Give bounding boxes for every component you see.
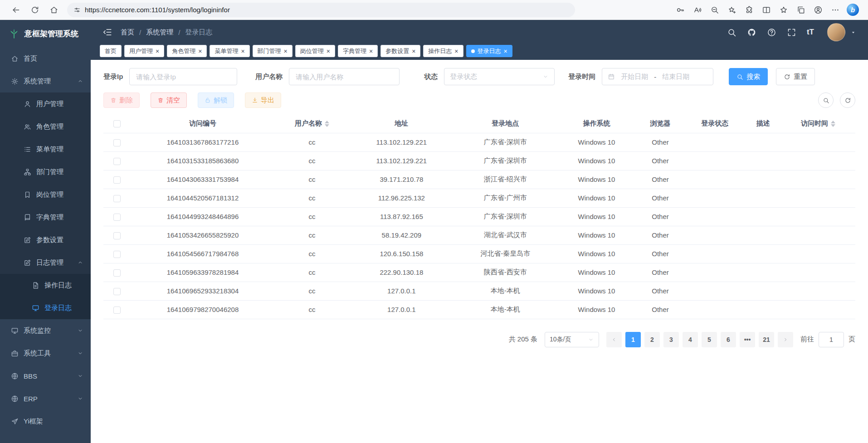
toggle-search-button[interactable] [818, 92, 834, 108]
read-aloud-icon[interactable] [693, 5, 702, 15]
page-button-5[interactable]: 5 [702, 332, 717, 347]
select-all-checkbox[interactable] [113, 120, 121, 127]
sidebar-item-bbs[interactable]: BBS [0, 365, 91, 387]
back-button[interactable] [11, 5, 20, 15]
row-checkbox[interactable] [113, 307, 121, 314]
tab-home[interactable]: 首页 [100, 45, 122, 57]
search-button[interactable]: 搜索 [729, 68, 768, 85]
sidebar-item-login-log[interactable]: 登录日志 [0, 297, 91, 319]
row-checkbox[interactable] [113, 158, 121, 165]
close-icon[interactable]: × [198, 48, 202, 54]
username-input[interactable] [289, 68, 400, 85]
copilot-icon[interactable] [847, 4, 859, 16]
refresh-table-button[interactable] [840, 92, 855, 108]
zoom-out-icon[interactable] [710, 5, 719, 15]
page-button-4[interactable]: 4 [683, 332, 698, 347]
page-button-21[interactable]: 21 [759, 332, 774, 347]
login-time-range[interactable]: 开始日期 - 结束日期 [602, 68, 713, 85]
help-icon[interactable] [767, 28, 776, 37]
page-button-2[interactable]: 2 [644, 332, 660, 347]
next-page-button[interactable] [778, 332, 793, 347]
fullscreen-icon[interactable] [787, 28, 796, 37]
breadcrumb-item[interactable]: 系统管理 [146, 28, 173, 37]
delete-button[interactable]: 删除 [103, 92, 140, 108]
page-button-1[interactable]: 1 [625, 332, 641, 347]
sidebar-item-dept-mgmt[interactable]: 部门管理 [0, 161, 91, 183]
page-button-6[interactable]: 6 [721, 332, 736, 347]
login-ip-input[interactable] [129, 68, 237, 85]
tab-login-log[interactable]: 登录日志× [466, 45, 512, 57]
sidebar-item-post-mgmt[interactable]: 岗位管理 [0, 183, 91, 206]
sidebar-item-system-mgmt[interactable]: 系统管理 [0, 70, 91, 92]
close-icon[interactable]: × [504, 48, 507, 54]
more-menu-icon[interactable] [831, 5, 840, 15]
favorites-icon[interactable] [779, 5, 788, 15]
unlock-button[interactable]: 解锁 [198, 92, 234, 108]
row-checkbox[interactable] [113, 195, 121, 202]
reset-button[interactable]: 重置 [776, 68, 815, 85]
row-checkbox[interactable] [113, 269, 121, 277]
goto-page-input[interactable] [819, 332, 844, 347]
row-checkbox[interactable] [113, 176, 121, 184]
sidebar-item-system-tools[interactable]: 系统工具 [0, 342, 91, 365]
tab-dept-mgmt[interactable]: 部门管理× [253, 45, 293, 57]
extensions-icon[interactable] [745, 5, 754, 15]
sidebar-item-role-mgmt[interactable]: 角色管理 [0, 115, 91, 138]
password-icon[interactable] [676, 5, 685, 15]
page-size-select[interactable]: 10条/页 [545, 332, 599, 347]
close-icon[interactable]: × [327, 48, 330, 54]
tab-dict-mgmt[interactable]: 字典管理× [338, 45, 378, 57]
github-icon[interactable] [747, 28, 756, 37]
sidebar-item-system-monitor[interactable]: 系统监控 [0, 319, 91, 342]
close-icon[interactable]: × [284, 48, 288, 54]
browser-profile-icon[interactable] [814, 5, 823, 15]
page-button-more[interactable]: ••• [740, 332, 755, 347]
collections-icon[interactable] [796, 5, 805, 15]
clear-button[interactable]: 清空 [151, 92, 187, 108]
sidebar-item-erp[interactable]: ERP [0, 387, 91, 410]
user-avatar[interactable] [827, 23, 845, 41]
tab-operation-log[interactable]: 操作日志× [423, 45, 463, 57]
sidebar-item-menu-mgmt[interactable]: 菜单管理 [0, 138, 91, 161]
tab-role-mgmt[interactable]: 角色管理× [167, 45, 207, 57]
tab-post-mgmt[interactable]: 岗位管理× [295, 45, 335, 57]
sidebar-item-home[interactable]: 首页 [0, 47, 91, 70]
row-checkbox[interactable] [113, 232, 121, 239]
home-button[interactable] [49, 5, 59, 15]
address-bar[interactable]: https://ccnetcore.com:1101/system/log/lo… [67, 3, 575, 17]
sort-icon[interactable] [325, 121, 329, 127]
font-size-icon[interactable] [807, 28, 814, 37]
sidebar-item-param-settings[interactable]: 参数设置 [0, 229, 91, 251]
row-checkbox[interactable] [113, 251, 121, 258]
sidebar-item-user-mgmt[interactable]: 用户管理 [0, 92, 91, 115]
close-icon[interactable]: × [241, 48, 244, 54]
close-icon[interactable]: × [156, 48, 159, 54]
site-info-icon[interactable] [73, 6, 81, 14]
sidebar-item-yi-framework[interactable]: Yi框架 [0, 410, 91, 433]
split-screen-icon[interactable] [762, 5, 771, 15]
search-icon[interactable] [727, 28, 736, 37]
reload-button[interactable] [30, 5, 39, 15]
add-favorite-icon[interactable] [727, 5, 736, 15]
close-icon[interactable]: × [454, 48, 458, 54]
prev-page-button[interactable] [606, 332, 622, 347]
sidebar-item-log-mgmt[interactable]: 日志管理 [0, 251, 91, 274]
row-checkbox[interactable] [113, 214, 121, 221]
row-checkbox[interactable] [113, 139, 121, 146]
chevron-down-icon[interactable] [850, 29, 856, 35]
column-header[interactable]: 访问时间 [781, 114, 855, 133]
close-icon[interactable]: × [369, 48, 373, 54]
sidebar-fold-icon[interactable] [102, 27, 112, 37]
column-header[interactable]: 用户名称 [275, 114, 349, 133]
row-checkbox[interactable] [113, 288, 121, 295]
tab-user-mgmt[interactable]: 用户管理× [124, 45, 164, 57]
tab-menu-mgmt[interactable]: 菜单管理× [210, 45, 249, 57]
close-icon[interactable]: × [412, 48, 415, 54]
sort-icon[interactable] [831, 121, 835, 127]
breadcrumb-item[interactable]: 首页 [121, 28, 134, 37]
sidebar-item-dict-mgmt[interactable]: 字典管理 [0, 206, 91, 229]
status-select[interactable]: 登录状态 [444, 68, 555, 85]
export-button[interactable]: 导出 [245, 92, 281, 108]
sidebar-item-operation-log[interactable]: 操作日志 [0, 274, 91, 297]
tab-param-settings[interactable]: 参数设置× [380, 45, 420, 57]
